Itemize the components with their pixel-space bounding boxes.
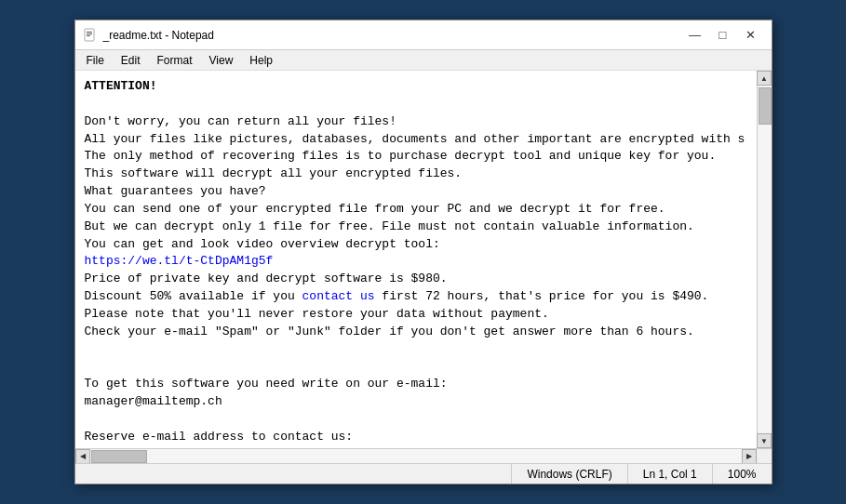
- menu-bar: File Edit Format View Help: [75, 50, 772, 71]
- vertical-scrollbar[interactable]: ▲ ▼: [757, 71, 772, 448]
- scroll-left-button[interactable]: ◀: [75, 449, 90, 464]
- menu-edit[interactable]: Edit: [114, 52, 148, 69]
- scroll-thumb-h[interactable]: [91, 450, 147, 463]
- scroll-down-button[interactable]: ▼: [757, 433, 772, 448]
- decrypt-link[interactable]: https://we.tl/t-CtDpAM1g5f: [85, 254, 274, 268]
- status-line-col: Ln 1, Col 1: [627, 464, 712, 484]
- scroll-right-button[interactable]: ▶: [742, 449, 757, 464]
- editor-container: ATTENTION! Don't worry, you can return a…: [75, 71, 772, 448]
- status-zoom: 100%: [712, 464, 772, 484]
- title-bar: _readme.txt - Notepad — □ ✕: [75, 20, 772, 50]
- status-bar: Windows (CRLF) Ln 1, Col 1 100%: [75, 463, 772, 484]
- menu-format[interactable]: Format: [150, 52, 200, 69]
- svg-rect-1: [87, 32, 92, 33]
- horizontal-scrollbar[interactable]: ◀ ▶: [75, 448, 772, 463]
- contact-link[interactable]: contact us: [302, 289, 375, 303]
- close-button[interactable]: ✕: [738, 24, 764, 46]
- window-title: _readme.txt - Notepad: [103, 29, 682, 42]
- menu-view[interactable]: View: [202, 52, 241, 69]
- window-controls: — □ ✕: [682, 24, 764, 46]
- notepad-window: _readme.txt - Notepad — □ ✕ File Edit Fo…: [74, 20, 772, 484]
- maximize-button[interactable]: □: [710, 24, 736, 46]
- scroll-track-v[interactable]: [758, 86, 772, 433]
- minimize-button[interactable]: —: [682, 24, 708, 46]
- menu-help[interactable]: Help: [242, 52, 280, 69]
- svg-rect-2: [87, 33, 92, 34]
- scroll-thumb-v[interactable]: [759, 87, 772, 125]
- svg-rect-0: [85, 29, 94, 41]
- attention-text: ATTENTION!: [85, 79, 157, 93]
- svg-rect-3: [87, 35, 90, 36]
- scroll-up-button[interactable]: ▲: [757, 71, 772, 86]
- status-encoding: Windows (CRLF): [511, 464, 626, 484]
- scroll-track-h[interactable]: [90, 449, 742, 463]
- scroll-corner: [757, 449, 772, 464]
- app-icon: [83, 28, 98, 43]
- menu-file[interactable]: File: [79, 52, 112, 69]
- editor-text[interactable]: ATTENTION! Don't worry, you can return a…: [75, 71, 757, 448]
- editor-content[interactable]: ATTENTION! Don't worry, you can return a…: [75, 71, 757, 448]
